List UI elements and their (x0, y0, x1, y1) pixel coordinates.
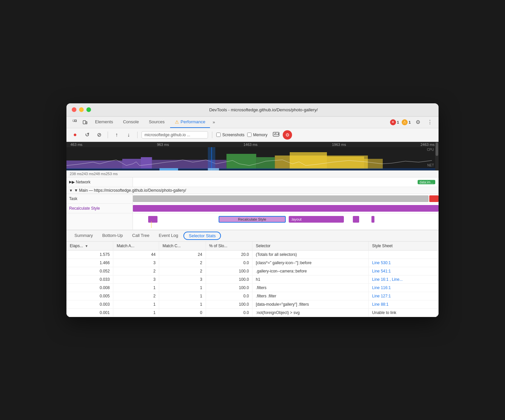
cell-4-0: 0.008 (66, 283, 113, 292)
cell-6-2: 1 (159, 300, 206, 308)
error-icon: ✕ (390, 119, 396, 125)
svg-rect-12 (141, 157, 152, 169)
tab-console-label: Console (123, 119, 139, 124)
minimize-button[interactable] (79, 107, 84, 112)
error-count: 1 (397, 120, 399, 124)
tab-summary[interactable]: Summary (70, 230, 98, 241)
detail-time-bar: 238 ms 243 ms 248 ms 253 ms (66, 170, 439, 177)
performance-warning-icon: ⚠ (175, 119, 179, 125)
flame-small-2 (353, 216, 359, 223)
cell-0-5 (369, 250, 439, 259)
tab-elements[interactable]: Elements (90, 117, 118, 128)
settings-icon[interactable]: ⚙ (413, 118, 423, 127)
screenshots-checkbox-label[interactable]: Screenshots (216, 133, 245, 137)
cell-0-2: 24 (159, 250, 206, 259)
table-body: 1.575442420.0(Totals for all selectors)1… (66, 250, 439, 317)
table-row[interactable]: 0.00811100.0.filtersLine 116:1 (66, 283, 439, 292)
cell-3-5[interactable]: Line 16:1 , Line... (369, 275, 439, 283)
memory-checkbox[interactable] (247, 133, 252, 137)
cell-1-5[interactable]: Line 530:1 (369, 259, 439, 267)
cell-5-3: 0.0 (206, 292, 252, 300)
screenshots-label: Screenshots (222, 133, 245, 137)
cell-4-5[interactable]: Line 116:1 (369, 283, 439, 292)
cell-7-5: Unable to link (369, 308, 439, 317)
upload-button[interactable]: ↑ (112, 130, 121, 140)
tab-elements-label: Elements (95, 119, 113, 124)
col-match-attempts[interactable]: Match A... (113, 242, 159, 251)
tab-bottom-up[interactable]: Bottom-Up (98, 230, 128, 241)
reload-record-button[interactable]: ↺ (82, 130, 92, 140)
flame-small-3 (371, 216, 374, 223)
main-track-label: ▼ Main — https://microsoftedge.github.io… (74, 188, 186, 193)
detail-time-248: 248 ms (94, 172, 106, 176)
record-button[interactable]: ● (70, 130, 80, 140)
tab-performance[interactable]: ⚠ Performance (170, 117, 210, 128)
col-stylesheet[interactable]: Style Sheet (369, 242, 439, 251)
col-pct-slow[interactable]: % of Slo... (206, 242, 252, 251)
tab-console[interactable]: Console (118, 117, 144, 128)
table-row[interactable]: 1.466320.0[class*=" gallery-icon--"]::be… (66, 259, 439, 267)
close-button[interactable] (72, 107, 76, 112)
svg-rect-24 (208, 168, 219, 170)
table-row[interactable]: 0.005210.0.filters .filterLine 127:1 (66, 292, 439, 300)
time-463: 463 ms (70, 143, 82, 147)
cell-3-1: 3 (113, 275, 159, 283)
cell-6-5[interactable]: Line 88:1 (369, 300, 439, 308)
net-label: NET (427, 163, 434, 167)
device-icon[interactable] (80, 118, 90, 127)
warning-count-group: ⚠ 1 (402, 119, 411, 125)
time-963: 963 ms (157, 143, 169, 147)
task-viz (133, 194, 439, 203)
task-label: Task (66, 194, 133, 203)
table-row[interactable]: 1.575442420.0(Totals for all selectors) (66, 250, 439, 259)
timeline-labels: 463 ms 963 ms 1463 ms 1963 ms 2463 ms (66, 142, 439, 147)
svg-rect-1 (75, 120, 76, 122)
col-selector[interactable]: Selector (252, 242, 369, 251)
flame-row: Recalculate Style .layout (66, 213, 439, 230)
timeline-scrollbar[interactable] (435, 142, 439, 170)
devtools-window: DevTools - microsoftedge.github.io/Demos… (66, 103, 439, 317)
cell-5-5[interactable]: Line 127:1 (369, 292, 439, 300)
flame-label-col (66, 213, 133, 230)
table-row[interactable]: 0.03333100.0h1Line 16:1 , Line... (66, 275, 439, 283)
tab-selector-stats[interactable]: Selector Stats (183, 232, 221, 240)
cell-1-1: 3 (113, 259, 159, 267)
tab-sources[interactable]: Sources (144, 117, 169, 128)
network-track-label: ▶ ▶ Network (66, 177, 133, 187)
cell-2-4: .gallery-icon--camera::before (252, 267, 369, 275)
svg-rect-0 (73, 120, 74, 122)
col-match-count[interactable]: Match C... (159, 242, 206, 251)
cell-2-5[interactable]: Line 541:1 (369, 267, 439, 275)
main-expand-icon[interactable]: ▼ (69, 188, 73, 192)
maximize-button[interactable] (86, 107, 91, 112)
table-row[interactable]: 0.001100.0:not(foreignObject) > svgUnabl… (66, 308, 439, 317)
tab-actions: ✕ 1 ⚠ 1 ⚙ ⋮ (390, 118, 435, 127)
cell-4-1: 1 (113, 283, 159, 292)
tab-call-tree[interactable]: Call Tree (128, 230, 154, 241)
more-icon[interactable]: ⋮ (425, 118, 435, 127)
timeline-scrollbar-thumb[interactable] (436, 143, 438, 156)
tab-more[interactable]: » (211, 117, 217, 127)
screenshots-checkbox[interactable] (216, 133, 221, 137)
svg-rect-3 (86, 122, 87, 124)
cell-4-3: 100.0 (206, 283, 252, 292)
flame-recalc-style[interactable]: Recalculate Style (219, 216, 286, 223)
table-row[interactable]: 0.00311100.0[data-module="gallery"] .fil… (66, 300, 439, 308)
cell-3-4: h1 (252, 275, 369, 283)
flame-layout[interactable]: .layout (289, 216, 344, 223)
col-elapsed[interactable]: Elaps... ▼ (66, 242, 113, 251)
table-row[interactable]: 0.05222100.0.gallery-icon--camera::befor… (66, 267, 439, 275)
inspect-icon[interactable] (70, 118, 80, 127)
download-button[interactable]: ↓ (124, 130, 133, 140)
time-1463: 1463 ms (244, 143, 257, 147)
network-throttle-icon[interactable] (273, 131, 280, 139)
clear-button[interactable]: ⊘ (94, 130, 104, 140)
cell-1-0: 1.466 (66, 259, 113, 267)
cell-7-1: 1 (113, 308, 159, 317)
tab-event-log[interactable]: Event Log (154, 230, 183, 241)
perf-settings-button[interactable]: ⚙ (283, 130, 292, 140)
network-expand-icon[interactable]: ▶ (69, 180, 72, 184)
cell-5-2: 1 (159, 292, 206, 300)
cell-6-3: 100.0 (206, 300, 252, 308)
memory-checkbox-label[interactable]: Memory (247, 133, 267, 137)
